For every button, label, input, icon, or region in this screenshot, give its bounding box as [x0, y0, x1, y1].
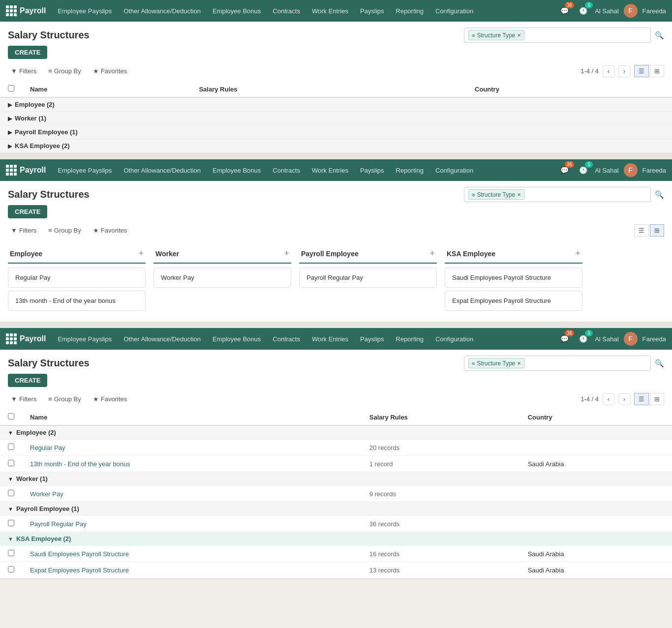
filters-btn-3[interactable]: ▼ Filters: [8, 393, 39, 405]
nav-configuration-3[interactable]: Configuration: [429, 328, 479, 350]
prev-page-btn-1[interactable]: ‹: [603, 65, 614, 77]
kanban-view-btn-2[interactable]: ⊞: [650, 224, 664, 237]
search-input-2[interactable]: [527, 191, 646, 198]
group-row-employee-1[interactable]: ▶Employee (2): [0, 97, 672, 112]
search-button-1[interactable]: 🔍: [655, 31, 664, 40]
nav-payslips-2[interactable]: Payslips: [354, 159, 390, 181]
table-row[interactable]: Payroll Regular Pay 36 records: [0, 516, 672, 532]
nav-configuration-2[interactable]: Configuration: [429, 159, 479, 181]
create-button-3[interactable]: CREATE: [8, 374, 47, 387]
groupby-btn-2[interactable]: ≡ Group By: [45, 225, 84, 236]
table-row[interactable]: Regular Pay 20 records: [0, 440, 672, 456]
brand-logo-2[interactable]: Payroll: [6, 165, 46, 176]
select-all-checkbox-1[interactable]: [8, 85, 14, 91]
kanban-add-ksa[interactable]: +: [575, 248, 580, 259]
favorites-btn-2[interactable]: ★ Favorites: [90, 225, 130, 236]
kanban-card-expat[interactable]: Expat Employees Payroll Structure: [445, 291, 582, 311]
row-checkbox-saudi[interactable]: [8, 550, 14, 556]
search-button-2[interactable]: 🔍: [655, 190, 664, 199]
nav-employee-payslips-2[interactable]: Employee Payslips: [52, 159, 118, 181]
nav-payslips-1[interactable]: Payslips: [354, 0, 390, 22]
kanban-card-saudi[interactable]: Saudi Employees Payroll Structure: [445, 268, 582, 288]
nav-work-entries-2[interactable]: Work Entries: [306, 159, 354, 181]
table-row[interactable]: Expat Employees Payroll Structure 13 rec…: [0, 562, 672, 578]
search-tag-remove-2[interactable]: ×: [517, 191, 521, 198]
brand-logo-1[interactable]: Payroll: [6, 5, 46, 16]
create-button-2[interactable]: CREATE: [8, 205, 47, 218]
row-checkbox-regular-pay[interactable]: [8, 444, 14, 450]
list-view-btn-1[interactable]: ☰: [634, 65, 649, 77]
kanban-add-payroll[interactable]: +: [429, 248, 435, 259]
nav-employee-bonus-3[interactable]: Employee Bonus: [207, 328, 267, 350]
list-view-btn-2[interactable]: ☰: [634, 224, 649, 237]
table-row[interactable]: Worker Pay 9 records: [0, 486, 672, 502]
brand-logo-3[interactable]: Payroll: [6, 333, 46, 344]
nav-contracts-3[interactable]: Contracts: [267, 328, 306, 350]
nav-employee-payslips-3[interactable]: Employee Payslips: [52, 328, 118, 350]
nav-reporting-3[interactable]: Reporting: [390, 328, 429, 350]
separator-1: [0, 153, 672, 159]
search-input-3[interactable]: [527, 359, 646, 367]
nav-contracts-2[interactable]: Contracts: [267, 159, 306, 181]
nav-menu-2: Employee Payslips Other Allowance/Deduct…: [52, 159, 555, 181]
nav-work-entries-1[interactable]: Work Entries: [306, 0, 354, 22]
row-checkbox-expat[interactable]: [8, 566, 14, 572]
kanban-add-employee[interactable]: +: [138, 248, 144, 259]
prev-page-btn-3[interactable]: ‹: [603, 393, 614, 405]
updates-1[interactable]: 🕐 6: [576, 4, 590, 18]
nav-employee-payslips-1[interactable]: Employee Payslips: [52, 0, 118, 22]
row-checkbox-13th[interactable]: [8, 460, 14, 466]
nav-payslips-3[interactable]: Payslips: [354, 328, 390, 350]
group-ksa-3[interactable]: ▼KSA Employee (2): [0, 532, 672, 546]
search-tag-remove-3[interactable]: ×: [517, 359, 521, 367]
nav-other-allowance-2[interactable]: Other Allowance/Deduction: [118, 159, 207, 181]
group-row-worker-1[interactable]: ▶Worker (1): [0, 112, 672, 125]
search-tag-remove-1[interactable]: ×: [517, 31, 521, 39]
groupby-btn-3[interactable]: ≡ Group By: [45, 393, 84, 405]
group-employee-3[interactable]: ▼Employee (2): [0, 425, 672, 440]
group-row-payroll-1[interactable]: ▶Payroll Employee (1): [0, 125, 672, 139]
search-button-3[interactable]: 🔍: [655, 359, 664, 368]
updates-3[interactable]: 🕐 6: [576, 332, 590, 346]
notifications-3[interactable]: 💬 36: [557, 332, 571, 346]
search-input-1[interactable]: [527, 31, 646, 39]
nav-employee-bonus-2[interactable]: Employee Bonus: [207, 159, 267, 181]
nav-contracts-1[interactable]: Contracts: [267, 0, 306, 22]
favorites-btn-3[interactable]: ★ Favorites: [90, 393, 130, 405]
table-row[interactable]: Saudi Employees Payroll Structure 16 rec…: [0, 546, 672, 562]
next-page-btn-3[interactable]: ›: [618, 393, 630, 405]
kanban-add-worker[interactable]: +: [284, 248, 289, 259]
filters-btn-1[interactable]: ▼ Filters: [8, 65, 39, 77]
kanban-card-13th-month[interactable]: 13th month - End of the year bonus: [8, 291, 146, 311]
kanban-view-btn-3[interactable]: ⊞: [650, 393, 664, 405]
select-all-checkbox-3[interactable]: [8, 413, 14, 419]
row-checkbox-payroll-regular[interactable]: [8, 520, 14, 526]
nav-other-allowance-1[interactable]: Other Allowance/Deduction: [118, 0, 207, 22]
nav-reporting-1[interactable]: Reporting: [390, 0, 429, 22]
nav-configuration-1[interactable]: Configuration: [429, 0, 479, 22]
filters-btn-2[interactable]: ▼ Filters: [8, 225, 39, 236]
nav-employee-bonus-1[interactable]: Employee Bonus: [207, 0, 267, 22]
updates-2[interactable]: 🕐 6: [576, 163, 590, 177]
next-page-btn-1[interactable]: ›: [618, 65, 630, 77]
nav-work-entries-3[interactable]: Work Entries: [306, 328, 354, 350]
nav-other-allowance-3[interactable]: Other Allowance/Deduction: [118, 328, 207, 350]
kanban-card-regular-pay[interactable]: Regular Pay: [8, 268, 146, 288]
kanban-header-ksa: KSA Employee +: [445, 244, 582, 264]
table-row[interactable]: 13th month - End of the year bonus 1 rec…: [0, 456, 672, 472]
list-view-btn-3[interactable]: ☰: [634, 393, 649, 405]
nav-reporting-2[interactable]: Reporting: [390, 159, 429, 181]
notifications-1[interactable]: 💬 36: [557, 4, 571, 18]
group-payroll-3[interactable]: ▼Payroll Employee (1): [0, 502, 672, 516]
kanban-card-payroll-regular[interactable]: Payroll Regular Pay: [299, 268, 437, 288]
group-row-ksa-1[interactable]: ▶KSA Employee (2): [0, 139, 672, 153]
create-button-1[interactable]: CREATE: [8, 46, 47, 59]
kanban-card-worker-pay[interactable]: Worker Pay: [153, 268, 291, 288]
favorites-btn-1[interactable]: ★ Favorites: [90, 65, 130, 77]
group-worker-3[interactable]: ▼Worker (1): [0, 472, 672, 486]
notifications-2[interactable]: 💬 36: [557, 163, 571, 177]
row-checkbox-worker-pay[interactable]: [8, 490, 14, 496]
page-header-3: Salary Structures ≡ Structure Type × 🔍: [0, 350, 672, 371]
groupby-btn-1[interactable]: ≡ Group By: [45, 65, 84, 77]
kanban-view-btn-1[interactable]: ⊞: [650, 65, 664, 77]
